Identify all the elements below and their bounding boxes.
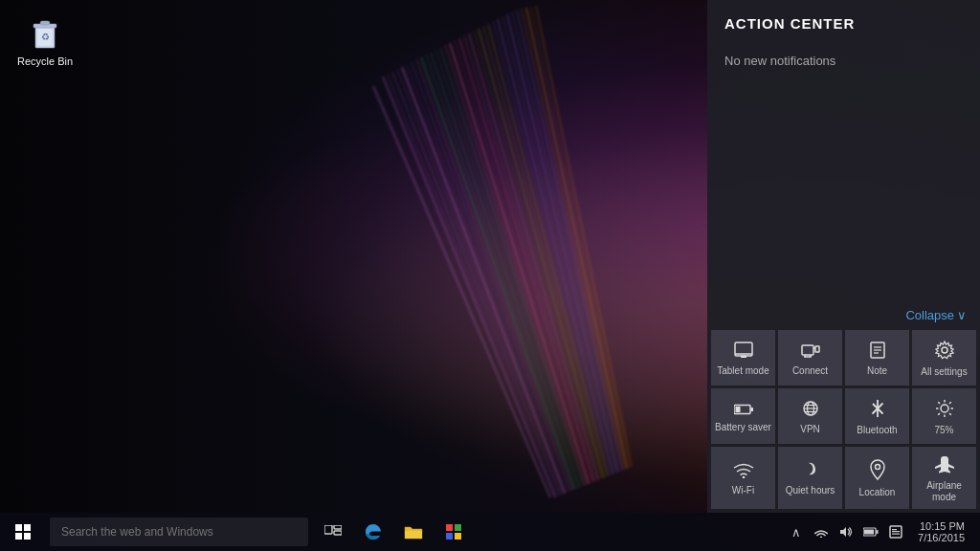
vpn-icon — [801, 400, 820, 420]
edge-browser-button[interactable] — [354, 513, 392, 551]
task-view-button[interactable] — [314, 513, 352, 551]
tile-quiet-hours[interactable]: Quiet hours — [778, 447, 842, 509]
collapse-button[interactable]: Collapse ∨ — [905, 308, 967, 322]
battery-saver-icon — [734, 401, 753, 418]
battery-saver-label: Battery saver — [715, 422, 771, 433]
action-center-title: ACTION CENTER — [724, 15, 855, 32]
svg-rect-47 — [455, 524, 461, 531]
svg-rect-56 — [892, 531, 900, 532]
svg-rect-58 — [892, 529, 897, 530]
no-notifications-text: No new notifications — [724, 54, 835, 68]
svg-rect-54 — [864, 530, 874, 535]
wallpaper-art — [364, 0, 708, 517]
svg-line-30 — [502, 16, 614, 474]
tablet-mode-label: Tablet mode — [717, 365, 768, 377]
svg-text:♻: ♻ — [41, 32, 50, 42]
action-center-taskbar-button[interactable] — [885, 513, 906, 551]
tile-battery-saver[interactable]: Battery saver — [711, 388, 775, 444]
svg-rect-45 — [334, 531, 342, 535]
location-icon — [870, 459, 885, 483]
svg-rect-67 — [815, 346, 819, 352]
store-button[interactable] — [434, 513, 473, 551]
svg-rect-41 — [15, 533, 22, 540]
recycle-bin-icon[interactable]: ♻ Recycle Bin — [13, 10, 77, 71]
airplane-icon — [934, 454, 955, 476]
svg-rect-48 — [446, 533, 453, 540]
location-label: Location — [859, 487, 896, 498]
svg-rect-49 — [455, 533, 461, 540]
tile-all-settings[interactable]: All settings — [912, 330, 976, 386]
svg-point-72 — [942, 347, 947, 353]
svg-line-1 — [392, 72, 560, 496]
start-button[interactable] — [0, 513, 46, 551]
tile-connect[interactable]: Connect — [778, 330, 842, 386]
svg-rect-43 — [324, 525, 332, 534]
svg-line-16 — [526, 8, 627, 469]
taskbar-system-tray: ∧ — [786, 513, 980, 551]
network-icon[interactable] — [811, 513, 832, 551]
svg-rect-40 — [24, 524, 31, 531]
brightness-icon — [935, 399, 954, 421]
taskbar: ∧ — [0, 513, 980, 551]
recycle-bin-image: ♻ — [26, 13, 64, 52]
bluetooth-icon — [871, 399, 884, 421]
windows-logo-icon — [15, 524, 31, 540]
recycle-bin-label: Recycle Bin — [17, 55, 73, 67]
tile-bluetooth[interactable]: Bluetooth — [845, 388, 909, 444]
svg-line-88 — [949, 413, 951, 415]
tile-brightness[interactable]: 75% — [912, 388, 976, 444]
svg-line-0 — [383, 77, 555, 497]
tile-airplane[interactable]: Airplane mode — [912, 447, 976, 509]
clock-date: 7/16/2015 — [918, 532, 965, 543]
svg-point-82 — [941, 405, 948, 412]
brightness-label: 75% — [934, 425, 953, 436]
svg-line-90 — [938, 413, 940, 415]
chevron-down-icon: ∨ — [957, 308, 967, 322]
svg-marker-51 — [840, 527, 846, 537]
svg-line-18 — [388, 75, 557, 496]
svg-line-24 — [445, 45, 586, 485]
tile-note[interactable]: Note — [845, 330, 909, 386]
volume-icon[interactable] — [835, 513, 857, 551]
quiet-hours-label: Quiet hours — [786, 485, 835, 496]
search-input[interactable] — [50, 518, 308, 546]
clock-time: 10:15 PM — [920, 520, 965, 532]
svg-rect-75 — [735, 407, 740, 412]
wifi-icon — [733, 461, 754, 481]
svg-rect-57 — [892, 534, 900, 535]
quick-action-tiles: Tablet modeConnectNoteAll settingsBatter… — [707, 330, 980, 513]
svg-point-91 — [742, 476, 745, 478]
svg-rect-42 — [24, 533, 31, 540]
connect-label: Connect — [792, 365, 828, 377]
svg-point-50 — [820, 537, 822, 539]
note-icon — [869, 342, 886, 362]
all-settings-label: All settings — [921, 366, 967, 378]
svg-rect-46 — [446, 524, 453, 531]
svg-rect-62 — [802, 345, 813, 355]
battery-icon[interactable] — [860, 513, 881, 551]
svg-line-89 — [949, 402, 951, 404]
tablet-mode-icon — [733, 342, 754, 362]
action-center-header: ACTION CENTER — [707, 0, 980, 42]
tile-tablet-mode[interactable]: Tablet mode — [711, 330, 775, 386]
svg-line-12 — [488, 24, 608, 476]
tile-wifi[interactable]: Wi-Fi — [711, 447, 775, 509]
note-label: Note — [867, 365, 887, 377]
tile-vpn[interactable]: VPN — [778, 388, 842, 444]
svg-rect-39 — [15, 524, 22, 531]
svg-rect-61 — [741, 355, 746, 358]
svg-rect-53 — [877, 530, 879, 534]
wifi-label: Wi-Fi — [732, 485, 754, 496]
system-clock[interactable]: 10:15 PM 7/16/2015 — [910, 513, 972, 551]
connect-icon — [801, 342, 820, 362]
svg-line-19 — [397, 69, 562, 495]
svg-line-87 — [938, 402, 940, 404]
tile-location[interactable]: Location — [845, 447, 909, 509]
svg-rect-74 — [750, 408, 753, 411]
svg-line-33 — [531, 7, 629, 468]
quiet-hours-icon — [802, 461, 819, 481]
bluetooth-label: Bluetooth — [857, 425, 897, 436]
all-settings-icon — [935, 341, 954, 363]
file-explorer-button[interactable] — [394, 513, 433, 551]
chevron-up-icon[interactable]: ∧ — [786, 513, 807, 551]
